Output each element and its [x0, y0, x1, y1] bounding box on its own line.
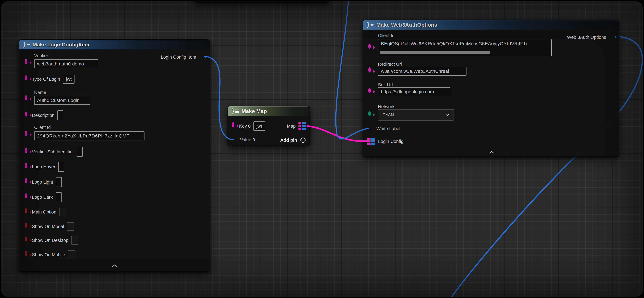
- blueprint-graph-canvas[interactable]: } Make LoginConfigItem Login Config Item…: [1, 1, 643, 297]
- wire-top-to-white-label[interactable]: [336, 1, 369, 139]
- wire-login-config-item-to-value0[interactable]: [204, 56, 234, 140]
- wire-layer-over: [1, 1, 643, 297]
